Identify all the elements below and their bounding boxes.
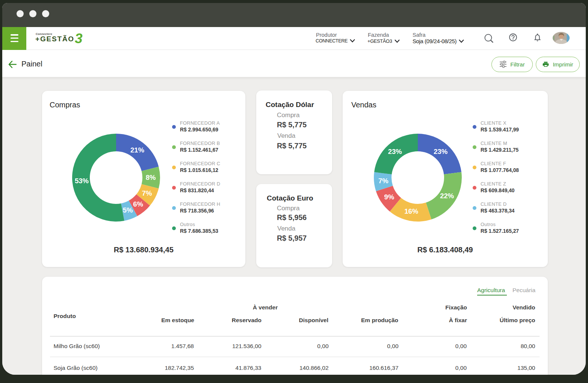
svg-text:6%: 6% [133,200,143,208]
svg-text:53%: 53% [75,176,89,184]
svg-text:22%: 22% [440,192,454,200]
svg-text:21%: 21% [130,146,144,154]
svg-text:23%: 23% [388,148,402,155]
svg-text:5%: 5% [123,206,133,214]
svg-text:8%: 8% [146,173,156,181]
svg-text:23%: 23% [434,148,447,155]
svg-text:7%: 7% [378,176,388,184]
svg-text:7%: 7% [142,189,152,197]
svg-text:9%: 9% [384,193,394,201]
svg-text:16%: 16% [404,207,418,215]
